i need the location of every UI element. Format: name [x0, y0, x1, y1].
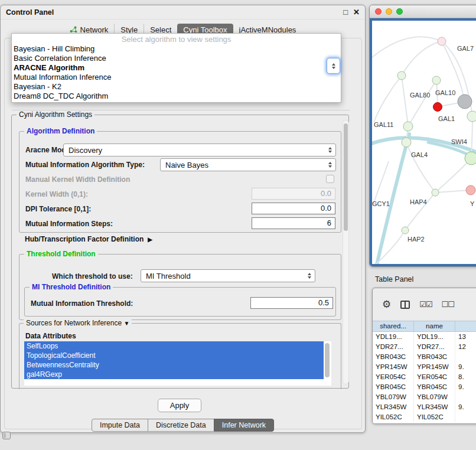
table-cell: YBL079W [414, 392, 455, 402]
sources-group-title[interactable]: Sources for Network Inference ▼ [24, 319, 132, 328]
network-node[interactable] [432, 76, 441, 84]
manual-kernel-checkbox[interactable] [326, 175, 334, 183]
apply-button[interactable]: Apply [158, 399, 201, 412]
data-attributes-list[interactable]: SelfLoopsTopologicalCoefficientBetweenne… [24, 341, 331, 386]
network-canvas-frame: GAL7 GAL80 GAL10 GAL11 GAL1 SWI4 GAL4 GC… [370, 18, 476, 266]
hub-section-toggle[interactable]: Hub/Transcription Factor Definition ▶ [25, 235, 152, 243]
table-cell: YBR045C [373, 382, 414, 392]
aracne-mode-value: Discovery [69, 146, 102, 155]
algorithm-option[interactable]: Bayesian - Hill Climbing [12, 44, 341, 54]
close-traffic-light[interactable] [375, 8, 382, 15]
combo-arrows-icon [328, 147, 332, 153]
combo-arrows-icon [332, 63, 335, 69]
table-row[interactable]: YDL19...YDL19...13 [373, 332, 476, 342]
control-panel-window: Control Panel □ ✕ Network Style Select [0, 5, 366, 433]
mi-type-combobox[interactable]: Naive Bayes [160, 158, 336, 171]
table-row[interactable]: YDR27...YDR27...12 [373, 342, 476, 352]
data-attribute-item[interactable]: TopologicalCoefficient [24, 351, 324, 360]
network-view-window: GAL7 GAL80 GAL10 GAL11 GAL1 SWI4 GAL4 GC… [369, 5, 476, 267]
network-node[interactable] [466, 185, 475, 195]
deselect-all-columns-icon[interactable]: ☐☐ [442, 300, 454, 309]
algorithm-option[interactable]: ARACNE Algorithm [12, 63, 341, 73]
attribute-list-scrollbar[interactable] [325, 343, 330, 377]
algorithm-definition-title: Algorithm Definition [24, 127, 97, 135]
data-attribute-item[interactable]: SelfLoops [24, 341, 324, 351]
mi-steps-field[interactable]: 6 [252, 217, 335, 229]
table-row[interactable]: YBR043CYBR043C [373, 352, 476, 362]
table-row[interactable]: YBL079WYBL079W [373, 392, 476, 402]
network-node[interactable] [402, 227, 409, 234]
column-header-extra[interactable] [455, 321, 476, 331]
table-row[interactable]: YLR345WYLR345W9. [373, 402, 476, 412]
data-attributes-label: Data Attributes [25, 332, 76, 340]
aracne-mode-combobox[interactable]: Discovery [63, 144, 336, 156]
mi-type-label: Mutual Information Algorithm Type: [25, 161, 145, 169]
node-label: Y [470, 200, 475, 207]
algorithm-definition-group: Algorithm Definition Aracne Mode: Discov… [19, 131, 341, 233]
table-body: YDL19...YDL19...13YDR27...YDR27...12YBR0… [373, 332, 476, 423]
collapse-down-icon: ▼ [123, 320, 129, 327]
network-node[interactable] [402, 138, 411, 147]
column-header-shared-name[interactable]: shared... [373, 321, 414, 331]
float-window-icon[interactable]: □ [343, 8, 348, 17]
table-cell: 9. [455, 402, 476, 412]
data-attribute-item[interactable]: BetweennessCentrality [24, 360, 324, 370]
algorithm-dropdown-popup: Select algorithm to view settings Bayesi… [11, 33, 341, 103]
network-node[interactable] [397, 71, 406, 80]
table-cell: YIL052C [414, 412, 455, 422]
settings-scrollbar-thumb[interactable] [344, 123, 348, 231]
node-label: GAL80 [410, 92, 430, 99]
algorithm-option[interactable]: Mutual Information Inference [12, 73, 341, 82]
node-label: HAP2 [407, 236, 425, 243]
algorithm-option[interactable]: Bayesian - K2 [12, 82, 341, 92]
network-canvas[interactable]: GAL7 GAL80 GAL10 GAL11 GAL1 SWI4 GAL4 GC… [372, 21, 476, 264]
select-all-columns-icon[interactable]: ☑☑ [419, 300, 432, 309]
network-node[interactable] [467, 111, 476, 122]
mi-threshold-definition-title: MI Threshold Definition [30, 283, 113, 291]
mi-type-value: Naive Bayes [165, 161, 208, 169]
algorithm-option[interactable]: Dream8 DC_TDC Algorithm [12, 92, 341, 101]
network-node[interactable] [465, 152, 476, 165]
gear-icon[interactable]: ⚙ [382, 298, 391, 311]
network-node[interactable] [432, 189, 439, 196]
table-cell: YBR043C [373, 352, 414, 362]
table-cell: 8. [455, 372, 476, 382]
columns-icon[interactable] [400, 301, 410, 309]
table-row[interactable]: YIL052CYIL052C [373, 412, 476, 422]
minimize-traffic-light[interactable] [386, 8, 392, 15]
table-cell: YBL079W [373, 392, 414, 402]
network-node-selected[interactable] [433, 103, 442, 112]
tab-impute-data[interactable]: Impute Data [92, 419, 148, 432]
which-threshold-combobox[interactable]: MI Threshold [141, 269, 315, 282]
algorithm-option[interactable]: Basic Correlation Inference [12, 54, 341, 63]
network-window-titlebar[interactable] [370, 5, 476, 18]
network-node[interactable] [458, 94, 472, 109]
table-row[interactable]: YER054CYER054C8. [373, 372, 476, 382]
network-node[interactable] [438, 37, 446, 45]
table-cell: YPR145W [373, 362, 414, 372]
cyni-algorithm-settings-group: Cyni Algorithm Settings Algorithm Defini… [11, 115, 349, 389]
table-row[interactable]: YBR045CYBR045C9. [373, 382, 476, 392]
settings-scrollbar[interactable] [343, 120, 349, 384]
tab-discretize-data[interactable]: Discretize Data [148, 419, 214, 432]
table-cell: YER054C [373, 372, 414, 382]
focused-combo-button[interactable] [327, 58, 340, 74]
collapsed-panel-icon[interactable] [2, 432, 11, 439]
dpi-tolerance-field[interactable]: 0.0 [252, 203, 335, 214]
network-node[interactable] [403, 122, 413, 131]
node-label: GAL11 [374, 121, 393, 128]
table-cell: YLR345W [373, 402, 414, 412]
table-cell [455, 352, 476, 362]
table-panel-title: Table Panel [375, 275, 413, 283]
tab-infer-network[interactable]: Infer Network [214, 419, 274, 432]
column-header-name[interactable]: name [414, 321, 455, 331]
hub-section-label: Hub/Transcription Factor Definition [25, 235, 144, 243]
mi-threshold-field[interactable]: 0.5 [250, 297, 333, 309]
zoom-traffic-light[interactable] [396, 8, 403, 15]
close-icon[interactable]: ✕ [353, 8, 360, 17]
table-row[interactable]: YPR145WYPR145W9. [373, 362, 476, 372]
table-cell: 13 [455, 332, 476, 342]
combo-arrows-icon [328, 162, 332, 168]
data-attribute-item[interactable]: gal4RGexp [24, 370, 324, 379]
node-label: HAP4 [410, 198, 427, 206]
